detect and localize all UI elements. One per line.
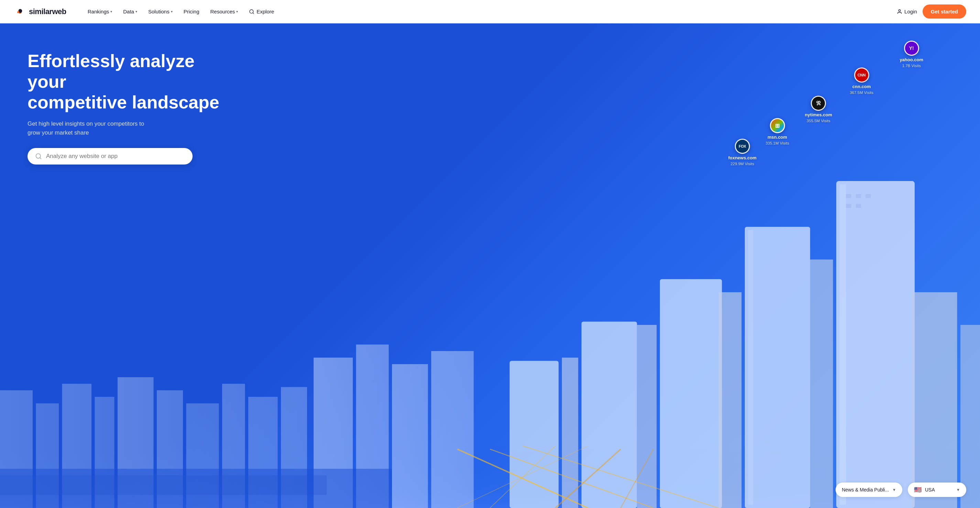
country-dropdown[interactable]: 🇺🇸 USA ▼: [908, 482, 966, 497]
chevron-down-icon: ▼: [956, 488, 960, 492]
user-icon: [897, 9, 902, 14]
chevron-down-icon: ▾: [171, 10, 173, 13]
flag-icon: 🇺🇸: [914, 486, 921, 494]
logo-icon: [14, 5, 26, 18]
chevron-down-icon: ▾: [236, 10, 238, 13]
chevron-down-icon: ▼: [892, 488, 896, 492]
hero-section: Effortlessly analyze your competitive la…: [0, 23, 980, 508]
navbar: similarweb Rankings ▾ Data ▾ Solutions ▾…: [0, 0, 980, 23]
svg-point-3: [899, 10, 900, 11]
nytimes-icon: 𝔑: [811, 96, 826, 111]
get-started-button[interactable]: Get started: [923, 5, 966, 19]
nav-right: Login Get started: [897, 5, 966, 19]
msn-icon: ⊞: [770, 118, 785, 133]
chevron-down-icon: ▾: [110, 10, 112, 13]
search-icon: [35, 153, 42, 160]
site-card-yahoo: Y! yahoo.com 1.7B Visits: [899, 41, 923, 68]
bottom-controls: News & Media Publi... ▼ 🇺🇸 USA ▼: [835, 482, 966, 497]
chevron-down-icon: ▾: [135, 10, 137, 13]
hero-content: Effortlessly analyze your competitive la…: [27, 51, 220, 165]
search-icon: [249, 9, 255, 14]
site-card-nytimes: 𝔑 nytimes.com 355.5M Visits: [805, 96, 832, 123]
site-card-foxnews: FOX foxnews.com 229.9M Visits: [728, 139, 756, 166]
nav-item-resources[interactable]: Resources ▾: [206, 6, 243, 17]
logo-text: similarweb: [29, 7, 66, 16]
hero-title: Effortlessly analyze your competitive la…: [27, 51, 220, 113]
login-button[interactable]: Login: [897, 9, 917, 14]
category-dropdown[interactable]: News & Media Publi... ▼: [835, 482, 902, 497]
nav-item-solutions[interactable]: Solutions ▾: [143, 6, 177, 17]
svg-line-5: [40, 158, 41, 159]
nav-links: Rankings ▾ Data ▾ Solutions ▾ Pricing Re…: [83, 6, 897, 17]
foxnews-icon: FOX: [735, 139, 750, 154]
logo-link[interactable]: similarweb: [14, 5, 66, 18]
nav-item-explore[interactable]: Explore: [244, 6, 279, 17]
yahoo-icon: Y!: [904, 41, 919, 56]
site-card-cnn: CNN cnn.com 367.5M Visits: [850, 67, 873, 95]
svg-line-2: [253, 13, 254, 14]
nav-item-rankings[interactable]: Rankings ▾: [83, 6, 117, 17]
cnn-icon: CNN: [854, 67, 869, 83]
search-input[interactable]: [46, 153, 185, 160]
nav-item-data[interactable]: Data ▾: [118, 6, 142, 17]
nav-item-pricing[interactable]: Pricing: [179, 6, 204, 17]
search-bar[interactable]: [27, 148, 192, 165]
hero-subtitle: Get high level insights on your competit…: [27, 120, 220, 137]
site-card-msn: ⊞ msn.com 335.1M Visits: [765, 118, 789, 145]
